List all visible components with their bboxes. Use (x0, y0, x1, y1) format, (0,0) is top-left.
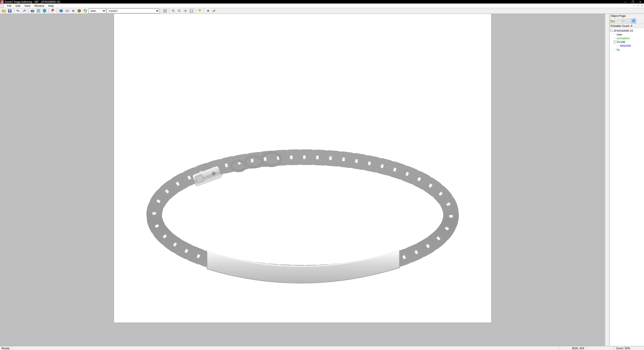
undo-button[interactable] (15, 8, 21, 13)
canvas-area[interactable] (0, 14, 605, 346)
tree-collapse-icon[interactable]: − (610, 29, 613, 32)
menu-file[interactable]: File (5, 4, 14, 8)
save-button[interactable] (7, 8, 13, 13)
menu-view[interactable]: View (22, 4, 32, 8)
panel-grid-button[interactable] (621, 18, 626, 23)
back-arrow-icon (206, 9, 210, 13)
fit-button[interactable] (162, 8, 168, 13)
tree-label: FLOW (617, 40, 625, 43)
zoom-out-button[interactable] (177, 8, 182, 13)
edit-button[interactable] (211, 8, 217, 13)
object-panel-title: Object Page (610, 14, 644, 18)
svg-text:?: ? (199, 10, 200, 11)
svg-rect-27 (623, 21, 625, 22)
refresh-button[interactable] (83, 8, 88, 13)
svg-rect-24 (622, 19, 623, 21)
camera-button[interactable] (30, 8, 35, 13)
mdi-document-icon (1, 4, 4, 8)
menu-help[interactable]: Help (46, 4, 56, 8)
help-button[interactable]: ? (197, 8, 203, 13)
pickable-count-label: Pickable Count: 3 (610, 24, 644, 28)
status-zoom: Zoom: 50% (614, 346, 644, 350)
canvas-document[interactable] (114, 14, 491, 323)
swap-arrows-icon (71, 9, 75, 13)
spin-icon (65, 9, 69, 13)
menu-bar: File Edit View Window Help — ❐ ✕ (0, 4, 644, 8)
highlight-icon (632, 19, 636, 23)
pano-button[interactable] (58, 8, 64, 13)
status-ready: Ready (0, 346, 12, 350)
tree-node-view[interactable]: view (610, 32, 643, 36)
menu-edit[interactable]: Edit (14, 4, 22, 8)
tree-label: JF04160040-15 (614, 29, 633, 32)
square-icon (626, 19, 630, 23)
status-coordinates: 3026, 924 (558, 346, 586, 350)
refresh-icon (83, 9, 87, 13)
tree-collapse-icon[interactable]: − (614, 40, 616, 43)
status-gap (586, 346, 614, 350)
fit-window-icon (163, 9, 167, 13)
cube-button[interactable] (76, 8, 82, 13)
question-bulb-icon: ? (198, 9, 202, 13)
preset-dropdown[interactable]: <none> (107, 9, 159, 13)
open-button[interactable] (1, 8, 7, 13)
tree-label: bg (617, 48, 620, 51)
panorama-icon (59, 9, 63, 13)
status-spacer (12, 346, 558, 350)
svg-rect-1 (9, 10, 11, 11)
title-bar: Scene7 Image Authoring - VAT - [JF041600… (0, 0, 644, 4)
svg-rect-25 (623, 19, 625, 21)
tree-label: unmasked (617, 37, 629, 40)
svg-rect-2 (9, 11, 11, 12)
pan-arrows-icon (183, 9, 187, 13)
svg-rect-26 (622, 21, 623, 22)
tree-label: view (617, 33, 622, 36)
tree-node-bg[interactable]: bg (610, 48, 643, 51)
svg-point-4 (32, 11, 33, 12)
object-tree[interactable]: − JF04160040-15 view unmasked − FLOW MNG… (610, 28, 644, 346)
mdi-minimize-button[interactable]: — (632, 4, 636, 8)
zoom-in-button[interactable] (171, 8, 176, 13)
redo-button[interactable] (21, 8, 27, 13)
product-image (114, 14, 491, 323)
menu-window[interactable]: Window (32, 4, 46, 8)
tree-node-unmasked[interactable]: unmasked (610, 36, 643, 40)
vertical-scrollbar[interactable] (605, 14, 609, 346)
window-close-button[interactable]: ✕ (636, 0, 644, 4)
swap-button[interactable] (70, 8, 76, 13)
grid-button[interactable] (36, 8, 41, 13)
svg-rect-28 (627, 20, 630, 22)
status-bar: Ready 3026, 924 Zoom: 50% (0, 346, 644, 350)
object-panel-toolbar (610, 18, 644, 24)
window-minimize-button[interactable]: — (621, 0, 629, 4)
pan-button[interactable] (183, 8, 188, 13)
camera-icon (30, 9, 34, 13)
save-floppy-icon (8, 9, 12, 13)
list-lines-icon (616, 19, 620, 23)
svg-rect-29 (632, 20, 635, 22)
undo-arrow-icon (16, 9, 20, 13)
shield-button[interactable] (42, 8, 47, 13)
cube-icon (77, 9, 81, 13)
tree-node-mngrm[interactable]: MNGRM (610, 44, 643, 48)
app-icon (1, 0, 4, 3)
pencil-icon (212, 9, 216, 13)
spin-button[interactable] (64, 8, 70, 13)
panel-list-button[interactable] (615, 18, 620, 23)
mdi-close-button[interactable]: ✕ (640, 4, 644, 8)
panel-toggle-a-button[interactable] (626, 18, 631, 23)
window-maximize-button[interactable]: ❐ (629, 0, 636, 4)
zoom-in-icon (171, 9, 175, 13)
open-folder-icon (611, 19, 615, 23)
tree-node-flow[interactable]: − FLOW (610, 40, 643, 44)
thumbnails-icon (621, 19, 625, 23)
back-button[interactable] (205, 8, 211, 13)
tree-node-root[interactable]: − JF04160040-15 (610, 29, 643, 32)
panel-open-button[interactable] (610, 18, 615, 23)
flag-button[interactable] (50, 8, 56, 13)
flag-icon (51, 9, 55, 13)
actual-pixels-button[interactable]: 1:1 (189, 8, 194, 13)
mdi-restore-button[interactable]: ❐ (636, 4, 640, 8)
view-dropdown[interactable]: view (89, 9, 106, 13)
panel-highlight-button[interactable] (631, 18, 636, 23)
